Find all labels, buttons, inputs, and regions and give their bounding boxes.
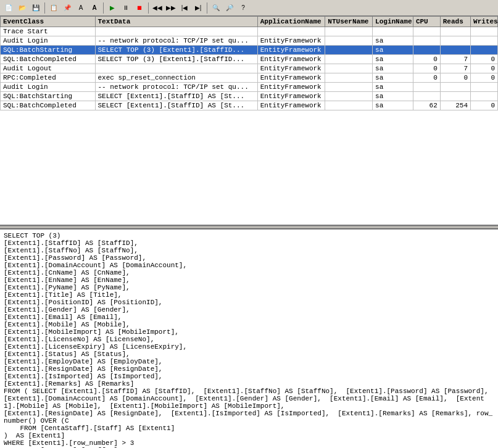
cell-writes [471,46,498,55]
cell-appname: EntityFramework [257,83,325,92]
save-button[interactable]: 💾 [30,2,42,14]
cell-writes [471,83,498,92]
cell-cpu [413,46,440,55]
cell-textdata: SELECT TOP (3) [Extent1].[StaffID... [95,46,257,55]
play-button[interactable]: ▶ [106,2,118,14]
copy-button[interactable]: 📋 [48,2,60,14]
cell-reads [440,27,470,36]
cell-appname: EntityFramework [257,46,325,55]
sep3 [148,2,149,14]
cell-ntuser [325,83,373,92]
zoom-in-button[interactable]: 🔍 [210,2,222,14]
sep1 [44,2,45,14]
new-button[interactable]: 📄 [2,2,15,14]
col-header-textdata[interactable]: TextData [95,17,257,27]
forward-button[interactable]: ▶▶ [165,2,177,14]
cell-appname: EntityFramework [257,73,325,83]
cell-ntuser [325,101,373,110]
cell-ntuser [325,36,373,46]
cell-textdata: SELECT [Extent1].[StaffID] AS [St... [95,92,257,101]
cell-textdata: SELECT TOP (3) [Extent1].[StaffID... [95,55,257,64]
cell-cpu [413,92,440,101]
cell-login: sa [373,83,413,92]
cell-login: sa [373,73,413,83]
sep4 [207,2,207,14]
cell-eventclass: SQL:BatchStarting [1,46,96,55]
col-header-login[interactable]: LoginName [373,17,413,27]
cell-ntuser [325,64,373,73]
cell-appname: EntityFramework [257,36,325,46]
table-row[interactable]: Audit LogoutEntityFrameworksa070 [1,64,498,73]
cell-cpu: 0 [413,64,440,73]
sql-text-area[interactable]: SELECT TOP (3) [Extent1].[StaffID] AS [S… [0,228,498,448]
table-row[interactable]: SQL:BatchStartingSELECT TOP (3) [Extent1… [1,46,498,55]
help-button[interactable]: ? [237,2,249,14]
font-button[interactable]: A [75,2,87,14]
cell-eventclass: Audit Logout [1,64,96,73]
col-header-reads[interactable]: Reads [440,17,470,27]
cell-writes: 0 [471,55,498,64]
cell-textdata [95,64,257,73]
cell-writes: 0 [471,101,498,110]
cell-reads [440,36,470,46]
cell-reads: 7 [440,55,470,64]
cell-eventclass: RPC:Completed [1,73,96,83]
open-button[interactable]: 📂 [16,2,28,14]
pause-button[interactable]: ⏸ [120,2,132,14]
cell-reads [440,83,470,92]
cell-login: sa [373,92,413,101]
cell-appname: EntityFramework [257,55,325,64]
cell-cpu [413,83,440,92]
cell-writes [471,36,498,46]
col-header-appname[interactable]: ApplicationName [257,17,325,27]
cell-textdata: SELECT [Extent1].[StaffID] AS [St... [95,101,257,110]
paste-button[interactable]: 📌 [61,2,73,14]
cell-textdata [95,27,257,36]
cell-reads [440,92,470,101]
cell-ntuser [325,92,373,101]
cell-appname: EntityFramework [257,101,325,110]
cell-writes: 0 [471,64,498,73]
back-button[interactable]: ◀◀ [151,2,164,14]
skip-back-button[interactable]: |◀ [178,2,191,14]
table-row[interactable]: RPC:Completedexec sp_reset_connectionEnt… [1,73,498,83]
cell-login: sa [373,64,413,73]
stop-button[interactable]: ⏹ [133,2,146,14]
cell-cpu [413,36,440,46]
cell-cpu: 62 [413,101,440,110]
sep2 [103,2,104,14]
col-header-ntuser[interactable]: NTUserName [325,17,373,27]
table-row[interactable]: SQL:BatchCompletedSELECT [Extent1].[Staf… [1,101,498,110]
main-container: EventClass TextData ApplicationName NTUs… [0,16,498,448]
trace-table: EventClass TextData ApplicationName NTUs… [0,16,498,110]
cell-eventclass: Trace Start [1,27,96,36]
cell-appname: EntityFramework [257,92,325,101]
cell-reads: 0 [440,73,470,83]
table-row[interactable]: SQL:BatchCompletedSELECT TOP (3) [Extent… [1,55,498,64]
cell-ntuser [325,55,373,64]
col-header-writes[interactable]: Writes [471,17,498,27]
cell-appname: EntityFramework [257,64,325,73]
cell-appname [257,27,325,36]
cell-textdata: -- network protocol: TCP/IP set qu... [95,83,257,92]
table-header-row: EventClass TextData ApplicationName NTUs… [1,17,498,27]
cell-login: sa [373,36,413,46]
cell-ntuser [325,46,373,55]
cell-cpu: 0 [413,55,440,64]
cell-eventclass: Audit Login [1,36,96,46]
cell-eventclass: Audit Login [1,83,96,92]
col-header-eventclass[interactable]: EventClass [1,17,96,27]
table-row[interactable]: Trace Start [1,27,498,36]
table-row[interactable]: SQL:BatchStartingSELECT [Extent1].[Staff… [1,92,498,101]
trace-table-container[interactable]: EventClass TextData ApplicationName NTUs… [0,16,498,226]
zoom-out-button[interactable]: 🔎 [223,2,236,14]
cell-login: sa [373,101,413,110]
cell-writes [471,27,498,36]
cell-ntuser [325,73,373,83]
table-row[interactable]: Audit Login-- network protocol: TCP/IP s… [1,83,498,92]
cell-cpu: 0 [413,73,440,83]
skip-forward-button[interactable]: ▶| [192,2,204,14]
col-header-cpu[interactable]: CPU [413,17,440,27]
bold-button[interactable]: A [88,2,101,14]
table-row[interactable]: Audit Login-- network protocol: TCP/IP s… [1,36,498,46]
